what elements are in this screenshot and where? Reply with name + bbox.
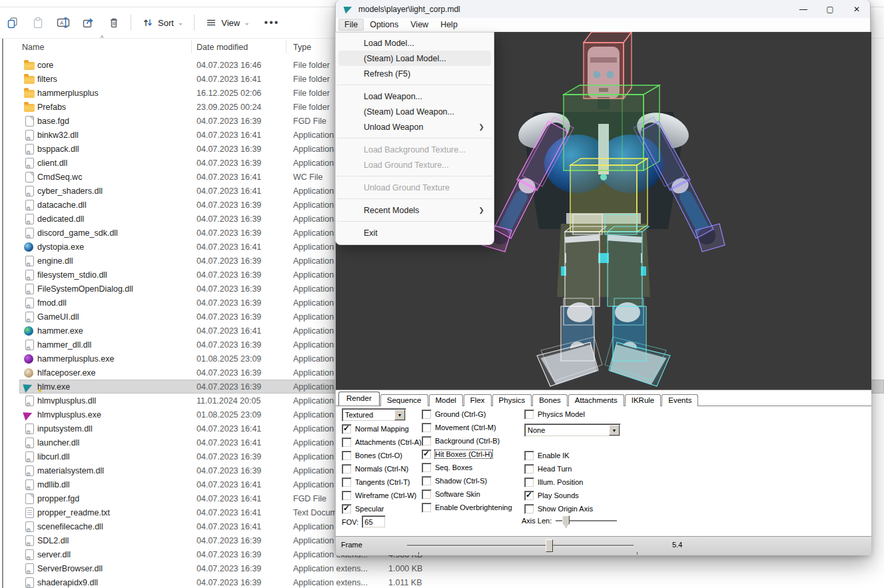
checkbox-row[interactable]: Enable Overbrightening: [422, 501, 523, 514]
file-date-modified: 04.07.2023 16:39: [197, 382, 284, 392]
checkbox[interactable]: [342, 438, 352, 447]
checkbox-row[interactable]: Tangents (Ctrl-T): [342, 475, 423, 489]
checkbox-row[interactable]: Wireframe (Ctrl-W): [342, 489, 423, 502]
titlebar[interactable]: models\player\light_corp.mdl — ▢ ✕: [336, 0, 870, 18]
fov-input[interactable]: 65: [362, 515, 386, 528]
axis-len-slider[interactable]: [556, 514, 617, 527]
checkbox[interactable]: ✓: [342, 424, 352, 434]
file-name: hlmv.exe: [37, 382, 192, 392]
column-divider[interactable]: [191, 40, 192, 53]
tab[interactable]: Sequence: [380, 394, 428, 406]
file-menu-item[interactable]: Exit: [338, 225, 491, 240]
checkbox[interactable]: ✓: [422, 449, 432, 459]
file-menu-item[interactable]: (Steam) Load Model...: [338, 51, 491, 66]
checkbox-row[interactable]: Software Skin: [422, 487, 523, 501]
dropdown-arrow-icon[interactable]: ▼: [394, 410, 405, 420]
checkbox[interactable]: [422, 423, 432, 433]
checkbox[interactable]: [422, 463, 432, 473]
menu-item[interactable]: View: [404, 19, 434, 31]
more-options-button[interactable]: •••: [256, 17, 288, 29]
checkbox-row[interactable]: Bones (Ctrl-O): [342, 449, 423, 462]
checkbox[interactable]: [342, 464, 352, 474]
menu-item-label: Unload Weapon: [364, 123, 423, 132]
frame-slider-track[interactable]: [407, 545, 634, 546]
physics-model-dropdown[interactable]: None ▼: [524, 424, 621, 437]
rename-button[interactable]: A: [51, 11, 76, 34]
checkbox[interactable]: [422, 503, 432, 513]
menu-item[interactable]: Help: [434, 19, 464, 31]
view-button[interactable]: View ⌄: [199, 11, 256, 34]
checkbox-row[interactable]: ✓ Normal Mapping: [342, 422, 423, 436]
checkbox-row[interactable]: Shadow (Ctrl-S): [422, 474, 523, 487]
file-menu-item[interactable]: Load Weapon...: [338, 89, 491, 104]
tab[interactable]: Attachments: [568, 394, 624, 406]
checkbox-label: Show Origin Axis: [538, 505, 593, 513]
tab[interactable]: Render: [338, 392, 380, 406]
file-menu-item[interactable]: (Steam) Load Weapon...: [338, 104, 491, 119]
tab[interactable]: Model: [429, 394, 463, 406]
checkbox[interactable]: [422, 476, 432, 486]
checkbox[interactable]: [422, 436, 432, 446]
file-menu-item[interactable]: Unload Weapon ❯: [338, 119, 491, 135]
file-date-modified: 04.07.2023 16:41: [197, 186, 284, 196]
file-menu-item[interactable]: Unload Ground Texture: [338, 180, 491, 195]
file-menu-item[interactable]: Recent Models ❯: [338, 202, 491, 218]
checkbox-row[interactable]: Attachments (Ctrl-A): [342, 436, 423, 449]
file-menu-item[interactable]: Refresh (F5): [338, 66, 491, 81]
close-button[interactable]: ✕: [843, 0, 870, 18]
file-date-modified: 11.01.2024 20:05: [197, 396, 284, 406]
checkbox-row[interactable]: Movement (Ctrl-M): [422, 421, 523, 434]
tab[interactable]: Flex: [464, 394, 492, 406]
checkbox-label: Wireframe (Ctrl-W): [355, 491, 416, 499]
tab[interactable]: Bones: [532, 394, 568, 406]
checkbox-row[interactable]: Background (Ctrl-B): [422, 434, 523, 447]
checkbox[interactable]: ✓: [342, 504, 352, 514]
checkbox[interactable]: [422, 410, 432, 420]
slider-thumb[interactable]: [562, 515, 570, 527]
copy-button[interactable]: [0, 11, 25, 34]
tab[interactable]: Physics: [492, 394, 532, 406]
dropdown-arrow-icon[interactable]: ▼: [609, 425, 620, 436]
maximize-button[interactable]: ▢: [817, 0, 843, 18]
render-mode-dropdown[interactable]: Textured ▼: [342, 408, 406, 422]
frame-slider-thumb[interactable]: [546, 539, 553, 552]
menu-item[interactable]: File: [338, 19, 364, 31]
checkbox[interactable]: [524, 410, 534, 420]
physics-model-checkbox-row[interactable]: Physics Model: [524, 408, 585, 421]
checkbox-row[interactable]: Ground (Ctrl-G): [422, 408, 523, 421]
sort-button[interactable]: Sort ⌄: [135, 11, 190, 34]
checkbox[interactable]: [342, 491, 352, 501]
minimize-button[interactable]: —: [790, 0, 817, 18]
checkbox-row[interactable]: ✓ Specular: [342, 502, 423, 515]
column-header-date-modified[interactable]: Date modified: [197, 43, 248, 52]
delete-button[interactable]: [101, 11, 127, 34]
checkbox[interactable]: [342, 477, 352, 487]
file-menu-item[interactable]: Load Ground Texture...: [338, 157, 491, 172]
column-divider[interactable]: [286, 40, 286, 53]
share-button[interactable]: [76, 11, 101, 34]
tab[interactable]: IKRule: [625, 394, 662, 406]
checkbox-row[interactable]: ✓ Play Sounds: [524, 489, 631, 502]
paste-button[interactable]: [25, 11, 51, 34]
column-header-name[interactable]: Name: [22, 43, 44, 52]
tab[interactable]: Events: [662, 394, 698, 406]
checkbox-row[interactable]: Illum. Position: [524, 475, 631, 489]
checkbox-row[interactable]: Enable IK: [524, 449, 631, 462]
file-menu-item[interactable]: Load Model...: [338, 35, 491, 51]
checkbox[interactable]: [422, 489, 432, 499]
checkbox[interactable]: ✓: [524, 491, 534, 501]
checkbox-row[interactable]: Normals (Ctrl-N): [342, 462, 423, 475]
file-icon: [25, 465, 34, 476]
checkbox-row[interactable]: ✓ Hit Boxes (Ctrl-H): [422, 447, 523, 461]
checkbox[interactable]: [524, 451, 534, 461]
checkbox[interactable]: [342, 451, 352, 461]
file-row[interactable]: ServerBrowser.dll 04.07.2023 16:39 Appli…: [19, 561, 884, 575]
checkbox-row[interactable]: Seq. Boxes: [422, 461, 523, 474]
file-menu-item[interactable]: Load Background Texture...: [338, 142, 491, 157]
column-header-type[interactable]: Type: [293, 43, 311, 52]
checkbox[interactable]: [524, 477, 534, 487]
checkbox[interactable]: [524, 464, 534, 474]
checkbox-row[interactable]: Head Turn: [524, 462, 631, 475]
file-row[interactable]: shaderapidx9.dll 04.07.2023 16:39 Applic…: [19, 575, 884, 588]
menu-item[interactable]: Options: [364, 19, 404, 31]
